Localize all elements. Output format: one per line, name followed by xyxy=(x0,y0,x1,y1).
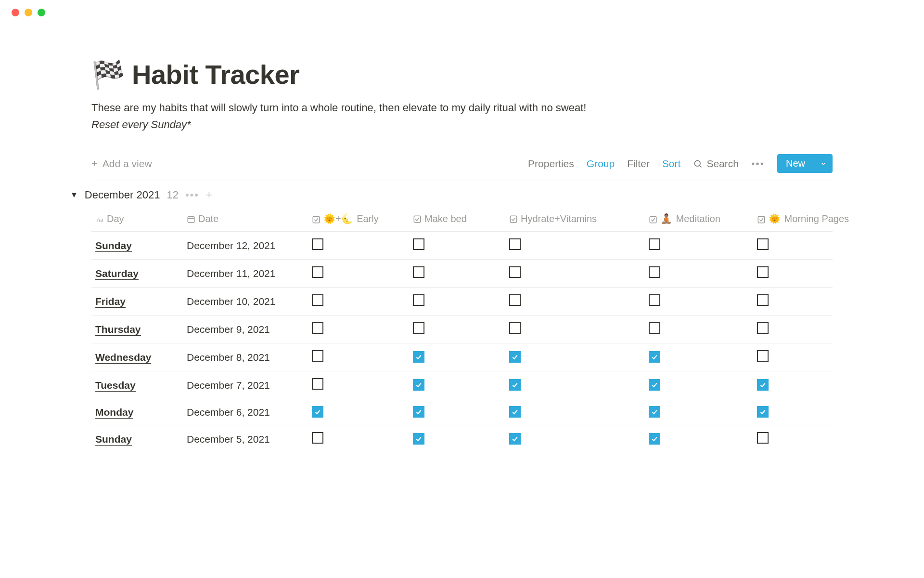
checkbox-hydrate[interactable] xyxy=(509,322,521,334)
checkbox-hydrate[interactable] xyxy=(509,294,521,306)
table-row[interactable]: WednesdayDecember 8, 2021 xyxy=(91,343,833,371)
checkbox-meditation[interactable] xyxy=(649,351,660,363)
table-row[interactable]: FridayDecember 10, 2021 xyxy=(91,288,833,315)
page-subtitle[interactable]: Reset every Sunday* xyxy=(91,118,833,131)
cell-day[interactable]: Wednesday xyxy=(91,343,183,371)
group-add-row-button[interactable]: + xyxy=(206,189,212,201)
cell-day[interactable]: Tuesday xyxy=(91,371,183,399)
checkbox-morning[interactable] xyxy=(757,294,769,306)
group-more-button[interactable]: ••• xyxy=(185,189,199,201)
checkbox-makebed[interactable] xyxy=(413,433,424,445)
checkbox-hydrate[interactable] xyxy=(509,406,521,418)
day-link[interactable]: Wednesday xyxy=(95,352,151,364)
column-header-meditation[interactable]: 🧘🏽 Meditation xyxy=(645,208,753,232)
column-header-early[interactable]: 🌞+🌜 Early xyxy=(308,208,409,232)
checkbox-makebed[interactable] xyxy=(413,294,424,306)
column-header-day[interactable]: AaDay xyxy=(91,208,183,232)
checkbox-meditation[interactable] xyxy=(649,238,660,250)
checkbox-early[interactable] xyxy=(312,378,323,390)
table-row[interactable]: ThursdayDecember 9, 2021 xyxy=(91,315,833,343)
checkbox-morning[interactable] xyxy=(757,266,769,278)
new-button[interactable]: New xyxy=(777,154,814,173)
checkbox-hydrate[interactable] xyxy=(509,351,521,363)
new-button-dropdown[interactable] xyxy=(814,154,833,173)
checkbox-morning[interactable] xyxy=(757,406,769,418)
day-link[interactable]: Friday xyxy=(95,296,126,308)
sort-button[interactable]: Sort xyxy=(662,158,681,170)
cell-date[interactable]: December 10, 2021 xyxy=(183,288,308,315)
properties-button[interactable]: Properties xyxy=(528,158,574,170)
column-header-date[interactable]: Date xyxy=(183,208,308,232)
checkbox-makebed[interactable] xyxy=(413,351,424,363)
checkbox-meditation[interactable] xyxy=(649,322,660,334)
day-link[interactable]: Tuesday xyxy=(95,380,136,392)
cell-day[interactable]: Saturday xyxy=(91,260,183,288)
day-link[interactable]: Saturday xyxy=(95,268,139,280)
table-row[interactable]: TuesdayDecember 7, 2021 xyxy=(91,371,833,399)
maximize-window-button[interactable] xyxy=(38,9,45,16)
checkbox-meditation[interactable] xyxy=(649,266,660,278)
checkbox-morning[interactable] xyxy=(757,238,769,250)
column-header-hydrate[interactable]: Hydrate+Vitamins xyxy=(505,208,645,232)
checkbox-makebed[interactable] xyxy=(413,322,424,334)
cell-day[interactable]: Friday xyxy=(91,288,183,315)
checkbox-early[interactable] xyxy=(312,238,323,250)
cell-date[interactable]: December 6, 2021 xyxy=(183,399,308,425)
cell-date[interactable]: December 7, 2021 xyxy=(183,371,308,399)
day-link[interactable]: Sunday xyxy=(95,240,132,252)
search-button[interactable]: Search xyxy=(693,158,739,170)
add-view-button[interactable]: + Add a view xyxy=(91,158,152,170)
checkbox-hydrate[interactable] xyxy=(509,266,521,278)
cell-date[interactable]: December 12, 2021 xyxy=(183,232,308,260)
column-header-makebed[interactable]: Make bed xyxy=(409,208,505,232)
page-icon[interactable]: 🏁 xyxy=(91,61,125,88)
table-row[interactable]: SundayDecember 5, 2021 xyxy=(91,425,833,453)
cell-day[interactable]: Sunday xyxy=(91,425,183,453)
day-link[interactable]: Thursday xyxy=(95,324,141,336)
checkbox-makebed[interactable] xyxy=(413,266,424,278)
table-row[interactable]: MondayDecember 6, 2021 xyxy=(91,399,833,425)
checkbox-meditation[interactable] xyxy=(649,294,660,306)
group-button[interactable]: Group xyxy=(587,158,615,170)
table-row[interactable]: SundayDecember 12, 2021 xyxy=(91,232,833,260)
page-description[interactable]: These are my habits that will slowly tur… xyxy=(91,100,833,116)
checkbox-morning[interactable] xyxy=(757,432,769,444)
checkbox-makebed[interactable] xyxy=(413,406,424,418)
page-title[interactable]: Habit Tracker xyxy=(132,59,299,90)
checkbox-early[interactable] xyxy=(312,432,323,444)
cell-day[interactable]: Sunday xyxy=(91,232,183,260)
checkbox-hydrate[interactable] xyxy=(509,433,521,445)
cell-makebed xyxy=(409,260,505,288)
checkbox-early[interactable] xyxy=(312,266,323,278)
checkbox-meditation[interactable] xyxy=(649,379,660,391)
checkbox-morning[interactable] xyxy=(757,350,769,362)
checkbox-early[interactable] xyxy=(312,322,323,334)
checkbox-makebed[interactable] xyxy=(413,379,424,391)
checkbox-hydrate[interactable] xyxy=(509,238,521,250)
more-options-button[interactable]: ••• xyxy=(751,158,765,170)
cell-date[interactable]: December 5, 2021 xyxy=(183,425,308,453)
checkbox-meditation[interactable] xyxy=(649,433,660,445)
column-header-morning[interactable]: 🌞 Morning Pages xyxy=(753,208,833,232)
filter-button[interactable]: Filter xyxy=(627,158,650,170)
checkbox-early[interactable] xyxy=(312,294,323,306)
collapse-group-button[interactable]: ▼ xyxy=(70,191,78,199)
table-row[interactable]: SaturdayDecember 11, 2021 xyxy=(91,260,833,288)
day-link[interactable]: Sunday xyxy=(95,434,132,446)
checkbox-early[interactable] xyxy=(312,350,323,362)
cell-date[interactable]: December 11, 2021 xyxy=(183,260,308,288)
cell-date[interactable]: December 8, 2021 xyxy=(183,343,308,371)
close-window-button[interactable] xyxy=(12,9,19,16)
checkbox-makebed[interactable] xyxy=(413,238,424,250)
checkbox-morning[interactable] xyxy=(757,379,769,391)
day-link[interactable]: Monday xyxy=(95,407,133,419)
cell-day[interactable]: Monday xyxy=(91,399,183,425)
checkbox-morning[interactable] xyxy=(757,322,769,334)
group-label[interactable]: December 2021 xyxy=(85,189,160,201)
cell-day[interactable]: Thursday xyxy=(91,315,183,343)
cell-date[interactable]: December 9, 2021 xyxy=(183,315,308,343)
checkbox-hydrate[interactable] xyxy=(509,379,521,391)
checkbox-meditation[interactable] xyxy=(649,406,660,418)
checkbox-early[interactable] xyxy=(312,406,323,418)
minimize-window-button[interactable] xyxy=(25,9,32,16)
